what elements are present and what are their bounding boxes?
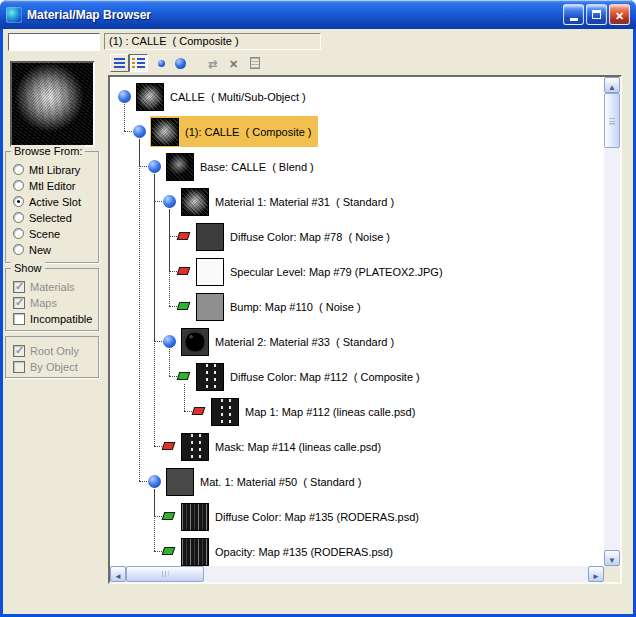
tree-row[interactable]: Diffuse Color: Map #135 (RODERAS.psd) — [110, 500, 604, 533]
material-sphere-icon — [148, 475, 161, 488]
tree-item-label: CALLE ( Multi/Sub-Object ) — [170, 91, 306, 103]
scroll-up-button[interactable] — [604, 77, 620, 93]
close-button[interactable] — [609, 4, 630, 25]
scroll-down-button[interactable] — [604, 550, 620, 566]
browse-from-option-mtl-editor[interactable]: Mtl Editor — [13, 178, 75, 193]
checkbox-label: Maps — [30, 297, 57, 309]
minimize-button[interactable] — [563, 4, 584, 25]
horizontal-scrollbar[interactable] — [110, 566, 604, 582]
tree-row[interactable]: Opacity: Map #135 (RODERAS.psd) — [110, 535, 604, 566]
view-list-button[interactable] — [110, 54, 129, 72]
vertical-scrollbar[interactable] — [604, 77, 620, 566]
show-group: Show MaterialsMapsIncompatible — [5, 268, 99, 331]
material-thumbnail — [151, 118, 179, 146]
browse-from-option-mtl-library[interactable]: Mtl Library — [13, 162, 80, 177]
material-sphere-icon — [163, 335, 176, 348]
view-list-plus-icons-button[interactable] — [129, 54, 148, 72]
arrow-down-icon — [608, 549, 616, 567]
tree-item-label: (1): CALLE ( Composite ) — [185, 126, 312, 138]
horizontal-scroll-thumb[interactable] — [126, 566, 204, 582]
scroll-left-button[interactable] — [110, 566, 126, 582]
tree-item-label: Bump: Map #110 ( Noise ) — [230, 301, 361, 313]
window-title: Material/Map Browser — [27, 8, 558, 22]
file-group: Root OnlyBy Object — [5, 336, 99, 378]
material-preview-sphere — [10, 61, 95, 147]
material-thumbnail — [181, 538, 209, 566]
tree-row[interactable]: Mask: Map #114 (lineas calle.psd) — [110, 430, 604, 463]
map-enabled-icon — [177, 302, 191, 310]
tree-row-body: Mask: Map #114 (lineas calle.psd) — [180, 431, 387, 462]
checkbox-icon — [13, 345, 25, 357]
tree-row[interactable]: Material 1: Material #31 ( Standard ) — [110, 185, 604, 218]
browse-from-option-new[interactable]: New — [13, 242, 51, 257]
map-disabled-icon — [177, 232, 191, 240]
view-small-icons-button[interactable] — [152, 54, 171, 72]
delete-x-icon — [229, 54, 238, 72]
material-thumbnail — [211, 398, 239, 426]
material-thumbnail — [181, 503, 209, 531]
radio-label: Mtl Library — [29, 164, 80, 176]
checkbox-icon — [13, 297, 25, 309]
tree-row[interactable]: Base: CALLE ( Blend ) — [110, 150, 604, 183]
tree-row-body: (1): CALLE ( Composite ) — [150, 116, 318, 147]
tree-row[interactable]: Specular Level: Map #79 (PLATEOX2.JPG) — [110, 255, 604, 288]
map-enabled-icon — [162, 512, 176, 520]
browse-from-option-active-slot[interactable]: Active Slot — [13, 194, 81, 209]
checkbox-icon — [13, 281, 25, 293]
tree-row-body: Diffuse Color: Map #78 ( Noise ) — [195, 221, 396, 252]
material-sphere-icon — [163, 195, 176, 208]
tree-row-body: Map 1: Map #112 (lineas calle.psd) — [210, 396, 421, 427]
radio-label: Active Slot — [29, 196, 81, 208]
arrow-up-icon — [608, 76, 616, 94]
browse-from-option-scene[interactable]: Scene — [13, 226, 60, 241]
tree-row[interactable]: Diffuse Color: Map #78 ( Noise ) — [110, 220, 604, 253]
browse-from-group: Browse From: Mtl LibraryMtl EditorActive… — [5, 151, 99, 263]
view-large-icons-button[interactable] — [171, 54, 190, 72]
window-controls — [563, 4, 630, 25]
tree-row-body: Material 1: Material #31 ( Standard ) — [180, 186, 400, 217]
tree-row-body: Diffuse Color: Map #112 ( Composite ) — [195, 361, 426, 392]
radio-label: Scene — [29, 228, 60, 240]
tree-row-body: Specular Level: Map #79 (PLATEOX2.JPG) — [195, 256, 449, 287]
tree-row-body: Base: CALLE ( Blend ) — [165, 151, 320, 182]
browse-from-option-selected[interactable]: Selected — [13, 210, 72, 225]
material-name-input[interactable] — [8, 33, 100, 51]
vertical-scroll-thumb[interactable] — [604, 93, 620, 148]
tree-row[interactable]: Material 2: Material #33 ( Standard ) — [110, 325, 604, 358]
maximize-button[interactable] — [586, 4, 607, 25]
radio-icon — [13, 180, 24, 191]
checkbox-by-object: By Object — [13, 359, 78, 374]
radio-icon — [13, 244, 24, 255]
browse-from-options: Mtl LibraryMtl EditorActive SlotSelected… — [6, 162, 98, 262]
browser-toolbar — [110, 54, 530, 73]
tree-item-label: Base: CALLE ( Blend ) — [200, 161, 314, 173]
tree-row[interactable]: Bump: Map #110 ( Noise ) — [110, 290, 604, 323]
scroll-right-button[interactable] — [588, 566, 604, 582]
clear-library-button — [245, 54, 264, 72]
checkbox-incompatible[interactable]: Incompatible — [13, 311, 92, 326]
checkbox-label: Incompatible — [30, 313, 92, 325]
material-map-browser-window: Material/Map Browser (1) : CALLE ( Compo… — [0, 0, 636, 617]
tree-row-body: Diffuse Color: Map #135 (RODERAS.psd) — [180, 501, 425, 532]
large-sphere-icon — [175, 58, 186, 69]
radio-icon — [13, 212, 24, 223]
radio-icon — [13, 164, 24, 175]
map-enabled-icon — [162, 547, 176, 555]
material-sphere-icon — [118, 90, 131, 103]
tree-row[interactable]: Diffuse Color: Map #112 ( Composite ) — [110, 360, 604, 393]
tree-row[interactable]: CALLE ( Multi/Sub-Object ) — [110, 80, 604, 113]
tree-row-body: Bump: Map #110 ( Noise ) — [195, 291, 367, 322]
tree-row[interactable]: (1): CALLE ( Composite ) — [110, 115, 604, 148]
material-tree: CALLE ( Multi/Sub-Object )(1): CALLE ( C… — [110, 77, 604, 566]
material-sphere-icon — [133, 125, 146, 138]
app-icon — [6, 7, 22, 23]
tree-row[interactable]: Map 1: Map #112 (lineas calle.psd) — [110, 395, 604, 428]
browse-from-label: Browse From: — [11, 145, 85, 157]
material-thumbnail — [136, 83, 164, 111]
titlebar[interactable]: Material/Map Browser — [0, 0, 636, 29]
tree-item-label: Material 1: Material #31 ( Standard ) — [215, 196, 394, 208]
checkbox-materials: Materials — [13, 279, 75, 294]
tree-item-label: Map 1: Map #112 (lineas calle.psd) — [245, 406, 415, 418]
tree-row[interactable]: Mat. 1: Material #50 ( Standard ) — [110, 465, 604, 498]
tree-row-body: Opacity: Map #135 (RODERAS.psd) — [180, 536, 399, 566]
